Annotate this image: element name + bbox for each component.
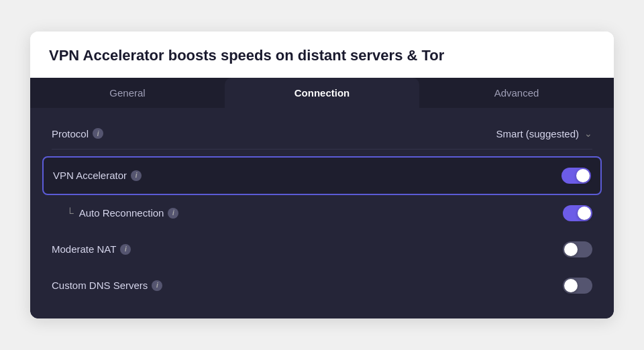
moderate-nat-row: Moderate NAT i (52, 231, 592, 268)
tab-bar: General Connection Advanced (30, 78, 614, 108)
protocol-row: Protocol i Smart (suggested) ⌄ (52, 120, 592, 150)
auto-reconnection-info-icon[interactable]: i (168, 208, 178, 219)
custom-dns-toggle[interactable] (563, 278, 592, 294)
card-header: VPN Accelerator boosts speeds on distant… (30, 32, 614, 78)
auto-reconnection-row: └ Auto Reconnection i (52, 195, 592, 231)
protocol-info-icon[interactable]: i (93, 128, 103, 139)
vpn-accelerator-toggle[interactable] (561, 168, 591, 184)
vpn-accelerator-label: VPN Accelerator i (53, 170, 142, 181)
auto-reconnection-toggle[interactable] (563, 205, 592, 221)
tab-general[interactable]: General (30, 78, 225, 108)
vpn-accelerator-info-icon[interactable]: i (131, 170, 142, 181)
auto-reconnection-label: └ Auto Reconnection i (66, 207, 178, 219)
chevron-down-icon: ⌄ (584, 128, 592, 139)
moderate-nat-info-icon[interactable]: i (120, 244, 131, 255)
custom-dns-label: Custom DNS Servers i (52, 280, 162, 291)
custom-dns-row: Custom DNS Servers i (52, 268, 592, 304)
protocol-label: Protocol i (52, 128, 103, 139)
tab-advanced[interactable]: Advanced (419, 78, 614, 108)
card-title: VPN Accelerator boosts speeds on distant… (49, 46, 595, 66)
protocol-value[interactable]: Smart (suggested) ⌄ (496, 128, 592, 139)
card-body: General Connection Advanced Protocol i S… (30, 78, 614, 318)
tab-connection[interactable]: Connection (225, 78, 419, 108)
main-card: VPN Accelerator boosts speeds on distant… (30, 32, 614, 318)
moderate-nat-label: Moderate NAT i (52, 243, 131, 255)
custom-dns-info-icon[interactable]: i (152, 280, 162, 291)
sub-arrow-icon: └ (66, 207, 74, 219)
vpn-accelerator-row: VPN Accelerator i (42, 156, 602, 195)
moderate-nat-toggle[interactable] (563, 241, 592, 257)
settings-panel: Protocol i Smart (suggested) ⌄ VPN Accel… (30, 108, 614, 318)
